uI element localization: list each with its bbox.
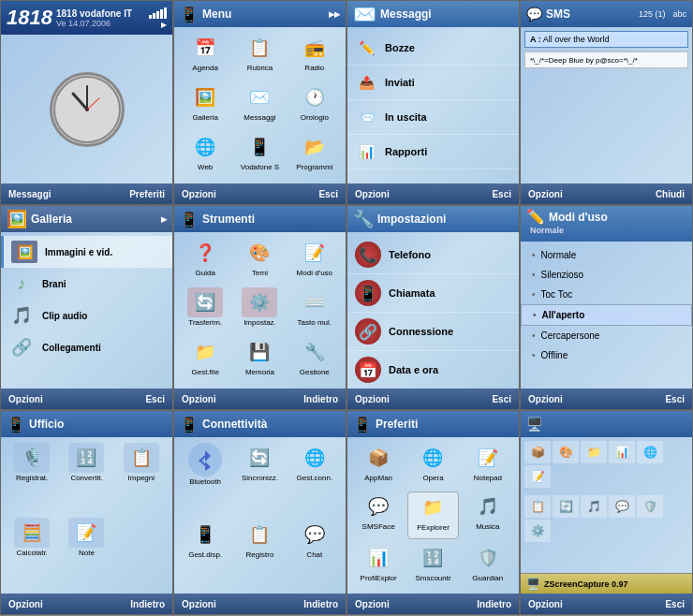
strumenti-header-icon: 📱 <box>180 211 199 228</box>
preferiti-icon-smsface[interactable]: 💬 SMSFace <box>353 491 404 538</box>
preferiti-icon-appman[interactable]: 📦 AppMan <box>353 443 404 488</box>
desktop-icon-5[interactable]: 🌐 <box>637 441 663 463</box>
footer-left-connettivita[interactable]: Opzioni <box>182 599 216 609</box>
footer-left-sms[interactable]: Opzioni <box>528 189 563 199</box>
footer-right-galleria[interactable]: Esci <box>145 394 165 404</box>
connettivita-icon-sincronizz[interactable]: 🔄 Sincronizz. <box>234 443 285 516</box>
modi-item-aperto[interactable]: All'aperto <box>521 304 692 326</box>
desktop-icon-11[interactable]: 🛡️ <box>637 495 663 518</box>
footer-right-menu[interactable]: Esci <box>318 189 338 199</box>
footer-right-messaggi[interactable]: Esci <box>492 189 511 199</box>
strumenti-icon-tasto[interactable]: ⌨️ Tasto mul. <box>289 287 340 333</box>
strumenti-icon-temi[interactable]: 🎨 Temi <box>234 238 285 284</box>
footer-right-strumenti[interactable]: Indietro <box>303 394 338 404</box>
ufficio-icon-note[interactable]: 📝 Note <box>61 518 111 589</box>
messaggi-item-bozze[interactable]: ✏️ Bozze <box>347 31 519 66</box>
footer-right-connettivita[interactable]: Indietro <box>303 599 338 609</box>
connettivita-icon-gestconn[interactable]: 🌐 Gest.conn. <box>289 443 340 516</box>
ufficio-icon-calcolatr[interactable]: 🧮 Calcolatr. <box>7 518 57 589</box>
menu-icon-programmi[interactable]: 📂 Programmi <box>289 132 340 178</box>
strumenti-icon-modi[interactable]: 📝 Modi d'uso <box>289 238 340 284</box>
strumenti-icon-gestione[interactable]: 🔧 Gestione <box>289 337 340 383</box>
modi-item-silenzioso[interactable]: Silenzioso <box>521 265 692 285</box>
modi-item-cercapersone[interactable]: Cercapersone <box>521 326 692 345</box>
sincronizz-label: Sincronizz. <box>242 475 278 483</box>
preferiti-icon-fexplorer[interactable]: 📁 FExplorer <box>407 491 458 538</box>
footer-right-sms[interactable]: Chiudi <box>656 189 685 199</box>
menu-icon-vodafone[interactable]: 📱 Vodafone S <box>234 132 285 178</box>
menu-icon-messaggi[interactable]: ✉️ Messaggi <box>234 82 285 128</box>
footer-left-galleria[interactable]: Opzioni <box>8 394 43 404</box>
impostazioni-item-dataora[interactable]: 📅 Data e ora <box>347 351 519 389</box>
smsface-label: SMSFace <box>362 523 395 532</box>
modi-item-toctoc[interactable]: Toc Toc <box>521 285 692 304</box>
desktop-icon-12[interactable]: ⚙️ <box>524 520 551 542</box>
preferiti-icon-notepad[interactable]: 📝 Notepad <box>463 443 513 488</box>
footer-left-strumenti[interactable]: Opzioni <box>182 394 216 404</box>
footer-left-modi[interactable]: Opzioni <box>528 394 563 404</box>
footer-right-impostazioni[interactable]: Esci <box>492 394 511 404</box>
menu-icon-web[interactable]: 🌐 Web <box>180 132 230 178</box>
ufficio-icon-convertit[interactable]: 🔢 Convertit. <box>61 443 111 514</box>
preferiti-icon-musica[interactable]: 🎵 Musica <box>463 491 513 538</box>
connettivita-icon-chat[interactable]: 💬 Chat <box>289 520 340 589</box>
modi-item-offline[interactable]: Offline <box>521 345 692 365</box>
footer-right-desktop[interactable]: Esci <box>665 599 685 609</box>
strumenti-icon-memoria[interactable]: 💾 Memoria <box>234 337 285 383</box>
footer-right-modi[interactable]: Esci <box>665 394 685 404</box>
desktop-icon-2[interactable]: 🎨 <box>553 441 579 463</box>
strumenti-icon-impostaz[interactable]: ⚙️ Impostaz. <box>234 287 285 333</box>
desktop-icon-6[interactable]: 📝 <box>524 465 551 488</box>
messaggi-item-uscita[interactable]: 📨 In uscita <box>347 100 519 135</box>
desktop-icon-1[interactable]: 📦 <box>524 441 551 463</box>
footer-left-desktop[interactable]: Opzioni <box>528 599 563 609</box>
strumenti-icon-guida[interactable]: ❓ Guida <box>180 238 230 284</box>
footer-right-ufficio[interactable]: Indietro <box>130 599 165 609</box>
footer-right-status[interactable]: Preferiti <box>129 189 165 199</box>
impostazioni-item-telefono[interactable]: 📞 Telefono <box>347 236 519 274</box>
galleria-item-collegamenti[interactable]: 🔗 Collegamenti <box>1 331 172 363</box>
connettivita-icon-gestdisp[interactable]: 📱 Gest.disp. <box>180 520 230 589</box>
galleria-item-brani[interactable]: ♪ Brani <box>1 268 172 300</box>
galleria-item-clip[interactable]: 🎵 Clip audio <box>1 300 172 331</box>
sms-row-2[interactable]: *\_/*=Deep Blue by p@sco=*\_/* <box>524 51 688 68</box>
connessione-icon: 🔗 <box>355 318 381 345</box>
impostazioni-item-connessione[interactable]: 🔗 Connessione <box>347 313 519 351</box>
sms-row-1[interactable]: A : All over the World <box>524 31 688 48</box>
modi-item-normale[interactable]: Normale <box>521 245 692 265</box>
galleria-item-immagini[interactable]: 🖼️ Immagini e vid. <box>1 236 172 268</box>
desktop-icon-4[interactable]: 📊 <box>609 441 635 463</box>
impostazioni-item-chiamata[interactable]: 📱 Chiamata <box>347 274 519 313</box>
desktop-icon-10[interactable]: 💬 <box>609 495 635 518</box>
desktop-icon-3[interactable]: 📁 <box>581 441 607 463</box>
messaggi-item-inviati[interactable]: 📤 Inviati <box>347 66 519 100</box>
connettivita-icon-registro[interactable]: 📋 Registro <box>234 520 285 589</box>
connettivita-icon-bluetooth[interactable]: Bluetooth <box>180 443 230 516</box>
status-header: 1818 1818 vodafone IT Ve 14.07.2006 ▶ <box>1 1 172 35</box>
preferiti-icon-guardian[interactable]: 🛡️ Guardian <box>463 543 513 588</box>
ufficio-icon-impegni[interactable]: 📋 Impegni <box>116 443 167 514</box>
footer-left-status[interactable]: Messaggi <box>8 189 52 199</box>
menu-icon-agenda[interactable]: 📅 Agenda <box>180 33 230 79</box>
preferiti-icon-profiexplor[interactable]: 📊 ProfiExplor <box>353 543 404 588</box>
menu-icon-rubrica[interactable]: 📋 Rubrica <box>234 33 285 79</box>
desktop-icon-7[interactable]: 📋 <box>524 495 551 518</box>
menu-icon-radio[interactable]: 📻 Radio <box>289 33 340 79</box>
preferiti-icon-smscountr[interactable]: 🔢 Smscountr <box>407 543 458 588</box>
footer-left-impostazioni[interactable]: Opzioni <box>355 394 390 404</box>
footer-left-messaggi[interactable]: Opzioni <box>355 189 390 199</box>
footer-left-preferiti[interactable]: Opzioni <box>355 599 390 609</box>
desktop-icon-8[interactable]: 🔄 <box>553 495 579 518</box>
menu-icon-galleria[interactable]: 🖼️ Galleria <box>180 82 230 128</box>
uscita-text: In uscita <box>385 111 427 123</box>
menu-icon-orologio[interactable]: 🕐 Orologio <box>289 82 340 128</box>
desktop-icon-9[interactable]: 🎵 <box>581 495 607 518</box>
strumenti-icon-gestfile[interactable]: 📁 Gest.file <box>180 337 230 383</box>
footer-left-menu[interactable]: Opzioni <box>182 189 216 199</box>
preferiti-icon-opera[interactable]: 🌐 Opera <box>407 443 458 488</box>
ufficio-icon-registrat[interactable]: 🎙️ Registrat. <box>7 443 57 514</box>
footer-right-preferiti[interactable]: Indietro <box>477 599 511 609</box>
messaggi-item-rapporti[interactable]: 📊 Rapporti <box>347 135 519 169</box>
strumenti-icon-trasferim[interactable]: 🔄 Trasferim. <box>180 287 230 333</box>
footer-left-ufficio[interactable]: Opzioni <box>8 599 43 609</box>
